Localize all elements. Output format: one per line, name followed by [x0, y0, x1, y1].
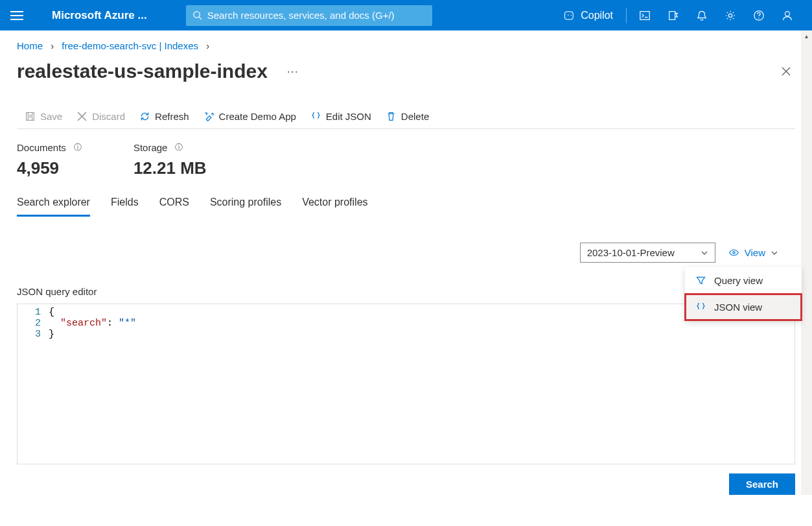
chevron-down-icon [771, 249, 778, 257]
copilot-icon [564, 10, 575, 21]
info-icon[interactable]: ⓘ [74, 142, 82, 153]
dropdown-query-view[interactable]: Query view [685, 267, 802, 294]
trash-icon [386, 111, 397, 122]
discard-button[interactable]: Discard [76, 111, 125, 122]
edit-json-button[interactable]: Edit JSON [310, 111, 371, 122]
refresh-button[interactable]: Refresh [139, 111, 189, 122]
search-icon [192, 10, 202, 20]
storage-stat: Storage ⓘ 12.21 MB [133, 142, 207, 178]
close-icon[interactable] [777, 62, 795, 80]
line-gutter: 1 2 3 [17, 304, 49, 464]
tools-icon [203, 111, 215, 122]
documents-stat: Documents ⓘ 4,959 [17, 142, 82, 178]
global-search-input[interactable]: Search resources, services, and docs (G+… [186, 5, 432, 26]
tab-fields[interactable]: Fields [111, 197, 139, 217]
svg-point-2 [568, 14, 569, 16]
delete-button[interactable]: Delete [386, 111, 429, 122]
brand-label[interactable]: Microsoft Azure ... [52, 9, 147, 22]
chevron-right-icon: › [201, 40, 215, 51]
filter-icon [695, 275, 706, 286]
dropdown-json-view[interactable]: JSON view [685, 294, 802, 320]
search-row: Search [0, 464, 812, 495]
svg-rect-12 [27, 113, 34, 121]
chevron-right-icon: › [45, 40, 59, 51]
separator [626, 8, 627, 23]
feedback-icon[interactable] [773, 0, 802, 30]
svg-rect-4 [640, 11, 649, 19]
tab-search-explorer[interactable]: Search explorer [17, 197, 90, 217]
json-query-editor[interactable]: 1 2 3 { "search": "*" } [17, 304, 795, 464]
svg-point-17 [733, 252, 735, 254]
page-title: realestate-us-sample-index [17, 60, 268, 82]
braces-icon [695, 302, 706, 313]
storage-value: 12.21 MB [133, 158, 207, 178]
svg-point-8 [758, 18, 759, 18]
svg-line-1 [199, 17, 202, 19]
scroll-up-icon[interactable]: ▴ [801, 30, 812, 42]
info-icon[interactable]: ⓘ [175, 142, 183, 153]
chevron-down-icon [701, 249, 708, 257]
search-placeholder: Search resources, services, and docs (G+… [207, 10, 395, 21]
code-area[interactable]: { "search": "*" } [49, 304, 136, 464]
top-bar: Microsoft Azure ... Search resources, se… [0, 0, 812, 30]
svg-rect-14 [28, 117, 32, 120]
notifications-icon[interactable] [688, 0, 716, 30]
view-icon [728, 247, 739, 258]
breadcrumb: Home › free-demo-search-svc | Indexes › [0, 30, 812, 51]
more-actions-icon[interactable]: ··· [287, 65, 299, 78]
svg-point-0 [194, 12, 200, 18]
copilot-button[interactable]: Copilot [555, 10, 622, 21]
tabs: Search explorer Fields CORS Scoring prof… [0, 178, 812, 217]
settings-icon[interactable] [716, 0, 745, 30]
svg-rect-5 [669, 11, 675, 19]
create-demo-app-button[interactable]: Create Demo App [203, 111, 296, 122]
documents-value: 4,959 [17, 158, 82, 178]
cloud-shell-icon[interactable] [631, 0, 659, 30]
svg-rect-13 [28, 113, 32, 115]
view-button[interactable]: View [728, 247, 778, 258]
tab-vector-profiles[interactable]: Vector profiles [302, 197, 367, 217]
stats-row: Documents ⓘ 4,959 Storage ⓘ 12.21 MB [0, 129, 812, 178]
svg-point-9 [785, 11, 789, 16]
toolbar: Save Discard Refresh Create Demo App Edi… [17, 88, 795, 129]
title-row: realestate-us-sample-index ··· [0, 51, 812, 88]
tab-scoring-profiles[interactable]: Scoring profiles [210, 197, 281, 217]
save-icon [25, 111, 36, 122]
view-dropdown: Query view JSON view [685, 267, 802, 320]
svg-point-6 [728, 14, 732, 17]
discard-icon [76, 111, 87, 122]
save-button[interactable]: Save [25, 111, 62, 122]
menu-icon[interactable] [10, 11, 23, 20]
breadcrumb-parent[interactable]: free-demo-search-svc | Indexes [62, 40, 198, 51]
refresh-icon [139, 111, 150, 122]
api-version-select[interactable]: 2023-10-01-Preview [580, 243, 715, 263]
controls-row: 2023-10-01-Preview View Query view JSON … [0, 217, 812, 263]
tab-cors[interactable]: CORS [159, 197, 189, 217]
braces-icon [310, 111, 321, 122]
directory-filter-icon[interactable] [659, 0, 688, 30]
help-icon[interactable] [745, 0, 773, 30]
breadcrumb-home[interactable]: Home [17, 40, 43, 51]
scrollbar[interactable]: ▴ [801, 30, 812, 495]
svg-point-3 [571, 14, 572, 16]
search-button[interactable]: Search [729, 473, 795, 495]
